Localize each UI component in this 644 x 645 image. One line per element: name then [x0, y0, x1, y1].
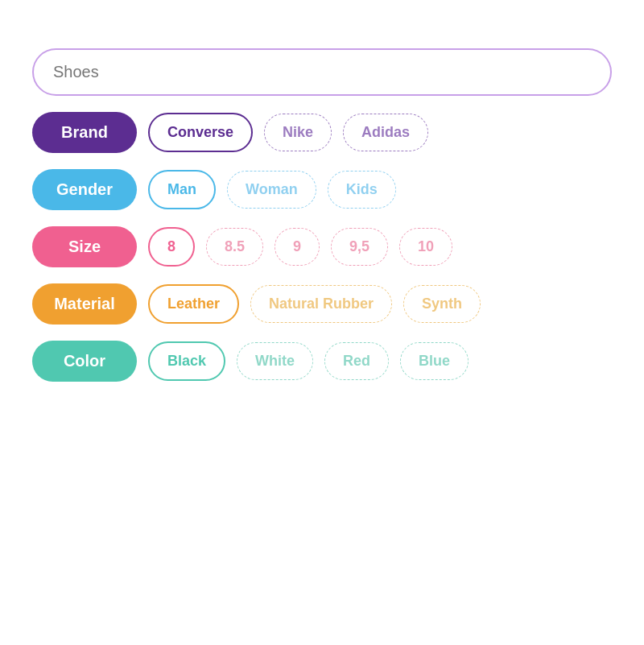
color-chip-blue[interactable]: Blue: [400, 342, 469, 380]
gender-label: Gender: [32, 169, 137, 210]
size-row: Size 8 8.5 9 9,5 10: [32, 226, 612, 267]
brand-label: Brand: [32, 112, 137, 153]
material-chip-leather[interactable]: Leather: [148, 284, 239, 324]
search-input[interactable]: Shoes: [32, 48, 612, 96]
size-chip-10[interactable]: 10: [399, 228, 452, 266]
filter-container: Shoes Brand Converse Nike Adidas Gender …: [32, 48, 612, 382]
size-chip-8[interactable]: 8: [148, 227, 195, 267]
size-chip-85[interactable]: 8.5: [206, 228, 263, 266]
brand-chip-nike[interactable]: Nike: [264, 114, 332, 151]
size-chip-9[interactable]: 9: [275, 228, 320, 266]
gender-chip-woman[interactable]: Woman: [227, 171, 316, 209]
material-label: Material: [32, 283, 137, 325]
gender-row: Gender Man Woman Kids: [32, 169, 612, 210]
size-chip-95[interactable]: 9,5: [331, 228, 388, 266]
color-chip-black[interactable]: Black: [148, 341, 225, 381]
size-label: Size: [32, 226, 137, 267]
color-chip-white[interactable]: White: [237, 342, 313, 380]
brand-chip-converse[interactable]: Converse: [148, 113, 253, 152]
brand-row: Brand Converse Nike Adidas: [32, 112, 612, 153]
color-row: Color Black White Red Blue: [32, 341, 612, 382]
color-chip-red[interactable]: Red: [324, 342, 389, 380]
material-chip-synth[interactable]: Synth: [403, 285, 481, 323]
material-chip-natural-rubber[interactable]: Natural Rubber: [250, 285, 392, 323]
brand-chip-adidas[interactable]: Adidas: [343, 114, 428, 151]
gender-chip-man[interactable]: Man: [148, 170, 216, 209]
color-label: Color: [32, 341, 137, 382]
gender-chip-kids[interactable]: Kids: [328, 171, 396, 209]
material-row: Material Leather Natural Rubber Synth: [32, 283, 612, 325]
